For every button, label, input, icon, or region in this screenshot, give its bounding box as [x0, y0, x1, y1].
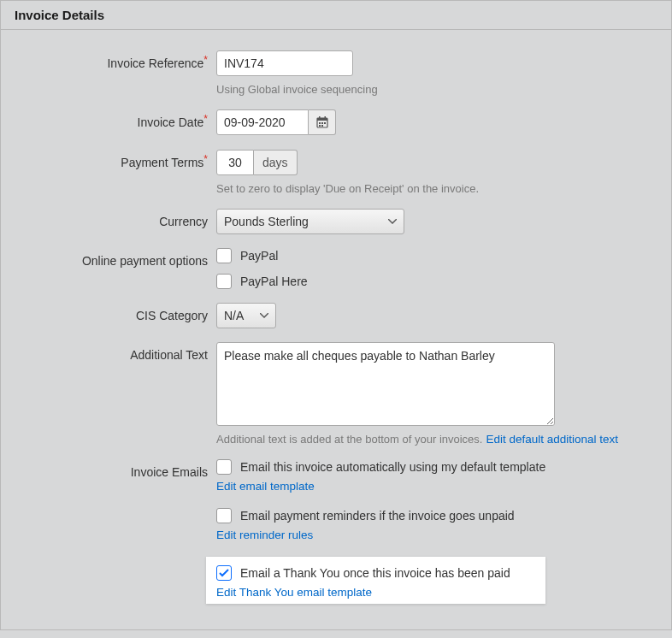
chevron-down-icon	[260, 313, 268, 318]
panel-header: Invoice Details	[1, 1, 671, 30]
svg-rect-5	[321, 122, 323, 124]
invoice-date-label: Invoice Date*	[18, 109, 216, 136]
calendar-button[interactable]	[309, 109, 336, 135]
paypal-label: PayPal	[240, 249, 278, 263]
invoice-reference-label: Invoice Reference*	[18, 50, 216, 96]
edit-email-template-link[interactable]: Edit email template	[216, 480, 545, 493]
invoice-reference-input[interactable]	[216, 50, 353, 76]
currency-selected: Pounds Sterling	[224, 215, 309, 228]
currency-row: Currency Pounds Sterling	[18, 209, 657, 234]
svg-rect-2	[319, 116, 321, 119]
invoice-emails-row: Invoice Emails Email this invoice automa…	[18, 459, 657, 604]
email-auto-checkbox[interactable]	[216, 459, 232, 475]
email-auto-label: Email this invoice automatically using m…	[240, 460, 545, 474]
edit-thankyou-template-link[interactable]: Edit Thank You email template	[216, 586, 535, 599]
invoice-emails-label: Invoice Emails	[18, 459, 216, 604]
paypal-here-label: PayPal Here	[240, 275, 308, 288]
edit-default-additional-text-link[interactable]: Edit default additional text	[486, 433, 618, 446]
calendar-icon	[316, 116, 328, 128]
paypal-checkbox[interactable]	[216, 248, 232, 263]
online-payment-label: Online payment options	[18, 248, 216, 289]
currency-select[interactable]: Pounds Sterling	[216, 209, 404, 234]
edit-reminder-rules-link[interactable]: Edit reminder rules	[216, 529, 545, 541]
additional-text-help: Additional text is added at the bottom o…	[216, 433, 482, 446]
invoice-reference-row: Invoice Reference* Using Global invoice …	[18, 50, 657, 96]
payment-terms-row: Payment Terms* days Set to zero to displ…	[18, 150, 657, 195]
email-reminder-label: Email payment reminders if the invoice g…	[240, 509, 515, 523]
svg-rect-3	[324, 116, 326, 119]
cis-category-label: CIS Category	[18, 303, 216, 328]
cis-category-selected: N/A	[224, 309, 244, 322]
invoice-reference-help: Using Global invoice sequencing	[216, 83, 378, 96]
check-icon	[219, 569, 229, 577]
email-thankyou-label: Email a Thank You once this invoice has …	[240, 566, 510, 580]
svg-rect-6	[324, 122, 326, 124]
currency-label: Currency	[18, 209, 216, 234]
online-payment-row: Online payment options PayPal PayPal Her…	[18, 248, 657, 289]
invoice-date-row: Invoice Date*	[18, 109, 657, 136]
payment-terms-help: Set to zero to display 'Due on Receipt' …	[216, 182, 479, 195]
payment-terms-unit: days	[254, 150, 298, 175]
svg-rect-4	[319, 122, 321, 124]
invoice-details-panel: Invoice Details Invoice Reference* Using…	[0, 0, 672, 630]
email-thankyou-checkbox[interactable]	[216, 565, 232, 581]
payment-terms-input[interactable]	[216, 150, 254, 175]
invoice-date-input[interactable]	[216, 109, 309, 135]
svg-rect-8	[321, 125, 323, 127]
svg-rect-1	[317, 118, 327, 121]
additional-text-row: Additional Text Additional text is added…	[18, 342, 657, 446]
svg-rect-7	[319, 125, 321, 127]
email-thankyou-highlight: Email a Thank You once this invoice has …	[206, 557, 545, 604]
paypal-here-checkbox[interactable]	[216, 274, 232, 289]
panel-body: Invoice Reference* Using Global invoice …	[1, 30, 671, 629]
email-reminder-checkbox[interactable]	[216, 508, 232, 523]
additional-text-input[interactable]	[216, 342, 555, 426]
additional-text-label: Additional Text	[18, 342, 216, 446]
cis-category-row: CIS Category N/A	[18, 303, 657, 328]
cis-category-select[interactable]: N/A	[216, 303, 276, 328]
payment-terms-label: Payment Terms*	[18, 150, 216, 195]
chevron-down-icon	[388, 219, 397, 224]
